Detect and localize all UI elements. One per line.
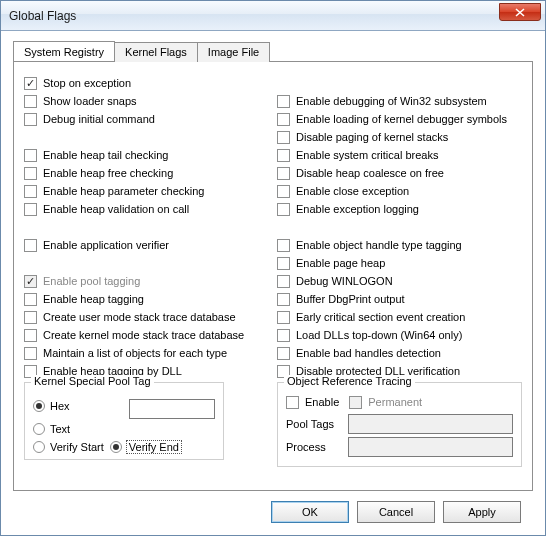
checkbox-label: Enable heap parameter checking bbox=[43, 185, 204, 197]
checkbox-create-user-mode-stack-trace-db[interactable]: Create user mode stack trace database bbox=[24, 308, 269, 326]
checkbox-icon bbox=[277, 347, 290, 360]
checkbox-icon bbox=[24, 77, 37, 90]
tab-system-registry[interactable]: System Registry bbox=[13, 41, 115, 61]
checkbox-enable-page-heap[interactable]: Enable page heap bbox=[277, 254, 522, 272]
radio-hex[interactable] bbox=[33, 400, 45, 412]
radio-label: Text bbox=[50, 423, 70, 435]
checkbox-enable-heap-tail-checking[interactable]: Enable heap tail checking bbox=[24, 146, 269, 164]
titlebar: Global Flags bbox=[1, 1, 545, 31]
checkbox-label: Enable exception logging bbox=[296, 203, 419, 215]
checkbox-enable-bad-handles-detection[interactable]: Enable bad handles detection bbox=[277, 344, 522, 362]
radio-verify-start[interactable] bbox=[33, 441, 45, 453]
checkbox-icon bbox=[277, 293, 290, 306]
process-label: Process bbox=[286, 441, 348, 453]
checkbox-icon bbox=[277, 167, 290, 180]
tab-image-file[interactable]: Image File bbox=[198, 42, 270, 62]
pool-tags-input bbox=[348, 414, 513, 434]
checkbox-icon bbox=[277, 329, 290, 342]
checkbox-label: Enable page heap bbox=[296, 257, 385, 269]
dialog-button-row: OK Cancel Apply bbox=[13, 491, 533, 535]
checkbox-icon bbox=[277, 131, 290, 144]
tab-label: Kernel Flags bbox=[125, 46, 187, 58]
checkbox-enable-object-handle-type-tagging[interactable]: Enable object handle type tagging bbox=[277, 236, 522, 254]
columns: Stop on exception Show loader snaps Debu… bbox=[24, 74, 522, 467]
checkbox-label: Enable close exception bbox=[296, 185, 409, 197]
checkbox-icon bbox=[24, 113, 37, 126]
checkbox-icon bbox=[24, 275, 37, 288]
checkbox-label: Enable heap tail checking bbox=[43, 149, 168, 161]
button-label: Apply bbox=[468, 506, 496, 518]
checkbox-enable-heap-validation-on-call[interactable]: Enable heap validation on call bbox=[24, 200, 269, 218]
checkbox-icon bbox=[277, 203, 290, 216]
checkbox-disable-heap-coalesce-on-free[interactable]: Disable heap coalesce on free bbox=[277, 164, 522, 182]
checkbox-label: Disable heap coalesce on free bbox=[296, 167, 444, 179]
checkbox-label: Show loader snaps bbox=[43, 95, 137, 107]
ok-button[interactable]: OK bbox=[271, 501, 349, 523]
checkbox-icon bbox=[277, 149, 290, 162]
checkbox-label: Create user mode stack trace database bbox=[43, 311, 236, 323]
checkbox-early-critical-section-event-creation[interactable]: Early critical section event creation bbox=[277, 308, 522, 326]
radio-label: Hex bbox=[50, 400, 100, 412]
radio-label: Verify End bbox=[127, 441, 181, 453]
checkbox-label: Permanent bbox=[368, 396, 422, 408]
checkbox-icon bbox=[277, 311, 290, 324]
checkbox-debug-winlogon[interactable]: Debug WINLOGON bbox=[277, 272, 522, 290]
checkbox-enable-exception-logging[interactable]: Enable exception logging bbox=[277, 200, 522, 218]
checkbox-enable-heap-tagging[interactable]: Enable heap tagging bbox=[24, 290, 269, 308]
checkbox-icon bbox=[24, 185, 37, 198]
checkbox-stop-on-exception[interactable]: Stop on exception bbox=[24, 74, 269, 92]
checkbox-buffer-dbgprint-output[interactable]: Buffer DbgPrint output bbox=[277, 290, 522, 308]
checkbox-icon bbox=[24, 311, 37, 324]
process-input bbox=[348, 437, 513, 457]
checkbox-label: Enable object handle type tagging bbox=[296, 239, 462, 251]
checkbox-enable-heap-free-checking[interactable]: Enable heap free checking bbox=[24, 164, 269, 182]
checkbox-icon bbox=[24, 95, 37, 108]
checkbox-disable-paging-kernel-stacks[interactable]: Disable paging of kernel stacks bbox=[277, 128, 522, 146]
checkbox-maintain-object-list[interactable]: Maintain a list of objects for each type bbox=[24, 344, 269, 362]
checkbox-show-loader-snaps[interactable]: Show loader snaps bbox=[24, 92, 269, 110]
checkbox-enable-kernel-debugger-symbols[interactable]: Enable loading of kernel debugger symbol… bbox=[277, 110, 522, 128]
button-label: OK bbox=[302, 506, 318, 518]
client-area: System Registry Kernel Flags Image File … bbox=[1, 31, 545, 535]
checkbox-label: Maintain a list of objects for each type bbox=[43, 347, 227, 359]
checkbox-debug-initial-command[interactable]: Debug initial command bbox=[24, 110, 269, 128]
radio-verify-end[interactable] bbox=[110, 441, 122, 453]
window-title: Global Flags bbox=[9, 9, 76, 23]
checkbox-label: Disable paging of kernel stacks bbox=[296, 131, 448, 143]
button-label: Cancel bbox=[379, 506, 413, 518]
tab-panel: Stop on exception Show loader snaps Debu… bbox=[13, 61, 533, 491]
checkbox-label: Load DLLs top-down (Win64 only) bbox=[296, 329, 462, 341]
pool-tag-value-input[interactable] bbox=[129, 399, 215, 419]
checkbox-icon bbox=[24, 329, 37, 342]
right-column: Enable debugging of Win32 subsystem Enab… bbox=[277, 74, 522, 467]
checkbox-enable-pool-tagging: Enable pool tagging bbox=[24, 272, 269, 290]
tab-label: Image File bbox=[208, 46, 259, 58]
checkbox-icon bbox=[277, 257, 290, 270]
checkbox-ort-enable[interactable] bbox=[286, 396, 299, 409]
checkbox-create-kernel-mode-stack-trace-db[interactable]: Create kernel mode stack trace database bbox=[24, 326, 269, 344]
checkbox-label: Enable application verifier bbox=[43, 239, 169, 251]
close-button[interactable] bbox=[499, 3, 541, 21]
checkbox-load-dlls-top-down[interactable]: Load DLLs top-down (Win64 only) bbox=[277, 326, 522, 344]
checkbox-icon bbox=[24, 203, 37, 216]
close-icon bbox=[515, 8, 525, 17]
checkbox-label: Enable bad handles detection bbox=[296, 347, 441, 359]
checkbox-label: Enable heap tagging bbox=[43, 293, 144, 305]
cancel-button[interactable]: Cancel bbox=[357, 501, 435, 523]
apply-button[interactable]: Apply bbox=[443, 501, 521, 523]
checkbox-icon bbox=[24, 293, 37, 306]
checkbox-label: Stop on exception bbox=[43, 77, 131, 89]
checkbox-icon bbox=[24, 149, 37, 162]
checkbox-icon bbox=[24, 239, 37, 252]
checkbox-enable-win32-debugging[interactable]: Enable debugging of Win32 subsystem bbox=[277, 92, 522, 110]
checkbox-icon bbox=[277, 113, 290, 126]
checkbox-label: Enable heap free checking bbox=[43, 167, 173, 179]
checkbox-enable-system-critical-breaks[interactable]: Enable system critical breaks bbox=[277, 146, 522, 164]
checkbox-enable-application-verifier[interactable]: Enable application verifier bbox=[24, 236, 269, 254]
checkbox-enable-heap-parameter-checking[interactable]: Enable heap parameter checking bbox=[24, 182, 269, 200]
checkbox-label: Enable heap validation on call bbox=[43, 203, 189, 215]
radio-label: Verify Start bbox=[50, 441, 104, 453]
tab-kernel-flags[interactable]: Kernel Flags bbox=[115, 42, 198, 62]
radio-text[interactable] bbox=[33, 423, 45, 435]
checkbox-enable-close-exception[interactable]: Enable close exception bbox=[277, 182, 522, 200]
